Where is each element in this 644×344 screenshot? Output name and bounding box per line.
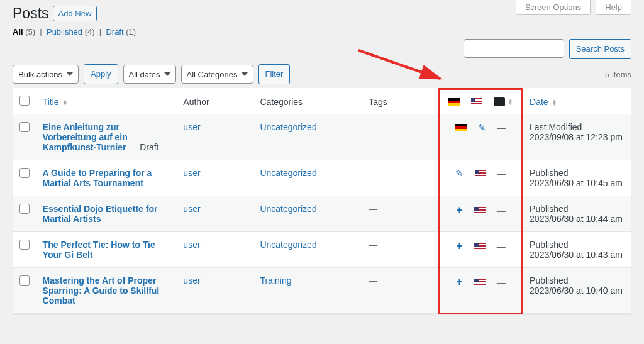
column-date[interactable]: Date ▲▼ [523,89,631,114]
categories-select[interactable]: All Categories [181,65,253,84]
comments-value: — [497,169,506,179]
comments-value: — [497,277,506,287]
help-button[interactable]: Help [596,0,631,15]
select-all-checkbox[interactable] [19,96,30,106]
items-count: 5 items [605,70,631,79]
comments-value: — [497,123,506,133]
table-row: Essential Dojo Etiquette for Martial Art… [13,196,631,232]
date-value: 2023/06/30 at 10:43 am [530,250,623,260]
plus-icon[interactable]: + [456,204,463,217]
comments-value: — [497,241,506,252]
date-status: Published [530,204,569,214]
pencil-icon[interactable]: ✎ [455,168,464,179]
author-link[interactable]: user [183,168,200,178]
filter-button[interactable]: Filter [258,64,291,84]
author-link[interactable]: user [183,122,200,132]
table-row: The Perfect Tie: How to Tie Your Gi Belt… [13,232,631,268]
flag-de-icon[interactable] [455,124,467,131]
screen-options-button[interactable]: Screen Options [516,0,591,15]
category-link[interactable]: Uncategorized [260,204,316,214]
posts-table: Title ▲▼ Author Categories Tags ▲▼ Date … [13,88,631,314]
flag-de-icon[interactable] [448,98,460,106]
table-row: Eine Anleitung zur Vorbereitung auf ein … [13,114,631,160]
date-status: Published [530,240,569,250]
date-status: Published [530,168,569,178]
search-input[interactable] [464,39,564,58]
post-title-link[interactable]: The Perfect Tie: How to Tie Your Gi Belt [43,240,155,260]
post-status: — Draft [126,142,158,152]
apply-button[interactable]: Apply [84,64,118,84]
filter-published[interactable]: Published [47,27,82,36]
sort-icon: ▲▼ [552,99,557,106]
bulk-actions-select[interactable]: Bulk actions [13,65,79,84]
flag-us-icon[interactable] [471,98,482,106]
table-row: Mastering the Art of Proper Sparring: A … [13,268,631,314]
row-checkbox[interactable] [19,204,30,214]
column-author[interactable]: Author [177,89,253,114]
sort-icon: ▲▼ [508,99,513,105]
post-title-link[interactable]: Essential Dojo Etiquette for Martial Art… [43,204,158,224]
tags-value: — [369,204,377,214]
date-value: 2023/06/30 at 10:44 am [530,214,623,224]
row-checkbox[interactable] [19,122,30,132]
plus-icon[interactable]: + [456,275,463,289]
column-languages: ▲▼ [439,89,522,114]
post-title-link[interactable]: Eine Anleitung zur Vorbereitung auf ein … [43,122,128,152]
column-title[interactable]: Title ▲▼ [36,89,177,114]
dates-select[interactable]: All dates [123,65,176,84]
date-value: 2023/06/30 at 10:40 am [530,286,623,296]
tags-value: — [369,168,377,178]
flag-us-icon[interactable] [474,243,486,250]
row-checkbox[interactable] [19,240,30,250]
post-title-link[interactable]: A Guide to Preparing for a Martial Arts … [43,168,152,188]
category-link[interactable]: Training [260,275,291,286]
plus-icon[interactable]: + [456,240,463,253]
filter-draft[interactable]: Draft [106,27,123,36]
category-link[interactable]: Uncategorized [260,122,316,132]
column-tags[interactable]: Tags [362,89,439,114]
row-checkbox[interactable] [19,168,30,178]
comments-value: — [497,206,506,216]
category-link[interactable]: Uncategorized [260,168,316,178]
category-link[interactable]: Uncategorized [260,240,316,250]
view-filters: All (5) | Published (4) | Draft (1) [13,27,631,36]
sort-icon: ▲▼ [62,99,67,106]
author-link[interactable]: user [183,275,200,286]
table-row: A Guide to Preparing for a Martial Arts … [13,160,631,196]
filter-all[interactable]: All [13,27,23,36]
flag-us-icon[interactable] [474,207,486,214]
date-status: Published [530,275,569,286]
tags-value: — [369,122,377,132]
post-title-link[interactable]: Mastering the Art of Proper Sparring: A … [43,275,160,306]
author-link[interactable]: user [183,204,200,214]
comment-icon[interactable] [494,97,505,106]
search-button[interactable]: Search Posts [569,39,631,59]
flag-us-icon[interactable] [474,279,486,286]
author-link[interactable]: user [183,240,200,250]
date-status: Last Modified [530,122,582,132]
pencil-icon[interactable]: ✎ [478,122,486,133]
add-new-button[interactable]: Add New [53,6,97,21]
page-title: Posts [13,5,49,22]
column-categories[interactable]: Categories [253,89,362,114]
date-value: 2023/09/08 at 12:23 pm [530,132,623,142]
tags-value: — [369,275,377,286]
row-checkbox[interactable] [19,275,30,286]
tags-value: — [369,240,377,250]
date-value: 2023/06/30 at 10:45 am [530,178,623,188]
flag-us-icon[interactable] [475,170,486,177]
